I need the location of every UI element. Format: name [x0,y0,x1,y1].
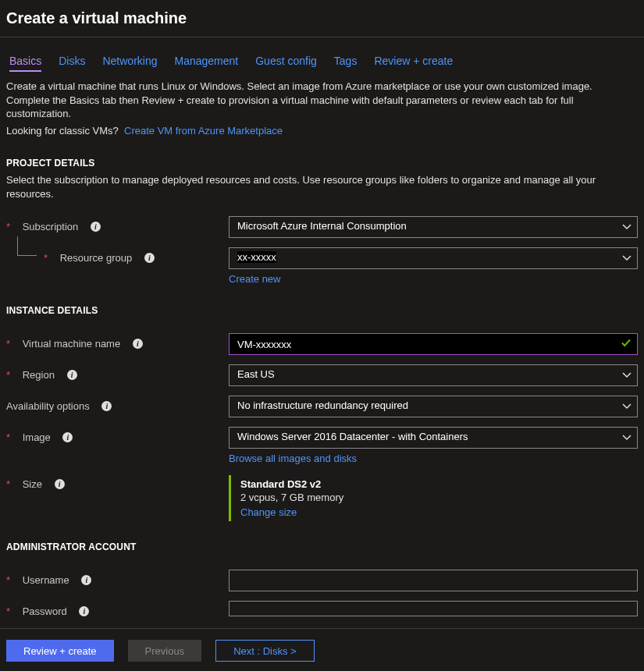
required-mark: * [6,338,10,350]
size-label: Size [23,478,42,490]
password-label: Password [23,605,67,617]
admin-account-heading: ADMINISTRATOR ACCOUNT [0,524,644,557]
previous-button: Previous [128,640,202,662]
vm-name-label: Virtual machine name [23,338,121,350]
info-icon[interactable]: i [101,401,112,411]
availability-select[interactable]: No infrastructure redundancy required [229,396,638,417]
region-select[interactable]: East US [229,364,638,386]
next-button[interactable]: Next : Disks > [215,640,315,662]
resource-group-select[interactable]: xx-xxxxx [229,247,638,269]
vm-name-input[interactable] [229,333,638,355]
instance-details-heading: INSTANCE DETAILS [0,288,644,321]
subscription-select[interactable]: Microsoft Azure Internal Consumption [229,216,638,238]
password-input[interactable] [229,601,638,616]
info-icon[interactable]: i [144,253,155,263]
marketplace-link[interactable]: Create VM from Azure Marketplace [124,125,283,137]
image-label: Image [23,431,51,443]
image-select[interactable]: Windows Server 2016 Datacenter - with Co… [229,427,638,449]
resource-group-label: Resource group [60,252,133,264]
intro-text: Create a virtual machine that runs Linux… [6,80,638,121]
check-icon [621,338,632,351]
subscription-label: Subscription [23,221,79,233]
page-title: Create a virtual machine [0,0,644,37]
region-label: Region [23,369,55,381]
required-mark: * [6,221,10,233]
info-icon[interactable]: i [81,575,91,585]
info-icon[interactable]: i [55,479,65,489]
tab-basics[interactable]: Basics [9,55,41,67]
project-details-desc: Select the subscription to manage deploy… [0,173,644,204]
username-input[interactable] [229,570,638,591]
required-mark: * [6,369,10,381]
review-create-button[interactable]: Review + create [6,640,114,662]
tab-disks[interactable]: Disks [59,55,85,67]
tab-management[interactable]: Management [175,55,239,67]
size-name: Standard DS2 v2 [240,478,638,490]
project-details-heading: PROJECT DETAILS [0,140,644,173]
required-mark: * [6,574,10,586]
required-mark: * [6,605,10,617]
info-icon[interactable]: i [133,339,143,349]
username-label: Username [23,574,69,586]
wizard-tabs: Basics Disks Networking Management Guest… [0,37,644,73]
wizard-footer: Review + create Previous Next : Disks > [0,628,644,671]
classic-vm-question: Looking for classic VMs? [6,125,119,137]
required-mark: * [6,431,10,443]
info-icon[interactable]: i [91,222,101,232]
tab-guest-config[interactable]: Guest config [255,55,317,67]
required-mark: * [6,478,10,490]
required-mark: * [44,252,48,264]
availability-label: Availability options [6,400,90,412]
tab-tags[interactable]: Tags [334,55,358,67]
browse-images-link[interactable]: Browse all images and disks [229,453,638,464]
info-icon[interactable]: i [67,370,77,380]
size-details: 2 vcpus, 7 GB memory [240,492,638,503]
size-display: Standard DS2 v2 2 vcpus, 7 GB memory Cha… [229,475,638,521]
change-size-link[interactable]: Change size [240,506,638,518]
create-new-rg-link[interactable]: Create new [229,273,638,285]
tab-review-create[interactable]: Review + create [374,55,453,67]
tab-networking[interactable]: Networking [102,55,157,67]
info-icon[interactable]: i [62,432,73,442]
info-icon[interactable]: i [79,606,89,616]
